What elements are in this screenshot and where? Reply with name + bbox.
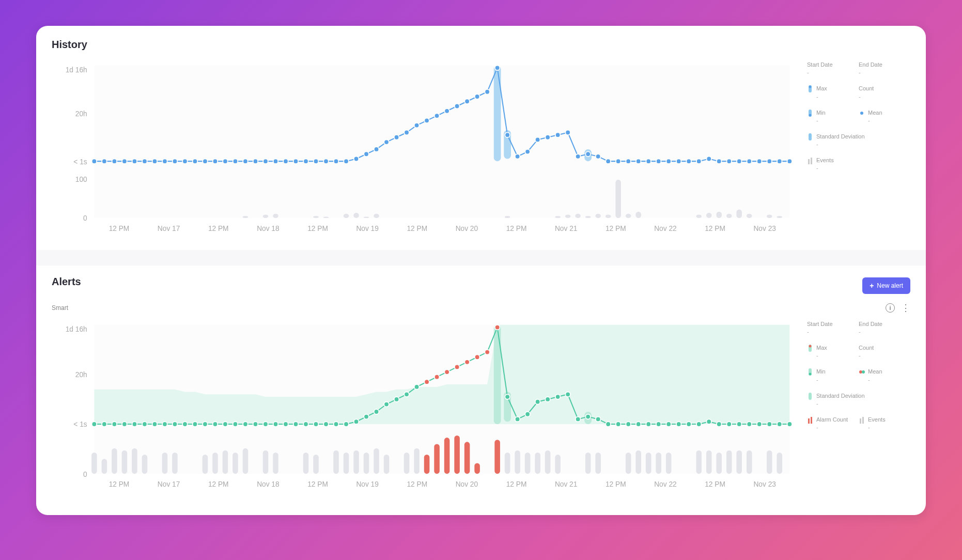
svg-point-276 <box>809 373 812 376</box>
svg-point-215 <box>747 422 752 427</box>
svg-point-123 <box>809 114 812 116</box>
svg-text:Nov 17: Nov 17 <box>158 225 180 232</box>
info-button[interactable]: i <box>886 303 895 313</box>
history-chart-svg: 1d 16h20h< 1s100012 PMNov 1712 PMNov 181… <box>52 58 797 250</box>
svg-rect-99 <box>353 213 359 218</box>
stat-value: - <box>868 377 882 383</box>
svg-point-203 <box>626 422 631 427</box>
events-icon <box>859 416 865 424</box>
more-menu-button[interactable]: ⋮ <box>901 303 910 313</box>
svg-point-210 <box>696 422 702 427</box>
svg-text:< 1s: < 1s <box>73 158 87 166</box>
svg-point-195 <box>545 397 550 402</box>
svg-rect-106 <box>585 216 591 218</box>
svg-point-64 <box>505 132 510 137</box>
alerts-chart[interactable]: 1d 16h20h< 1s012 PMNov 1712 PMNov 1812 P… <box>52 318 797 502</box>
stat-value: - <box>816 400 865 407</box>
svg-rect-254 <box>635 450 641 474</box>
svg-point-65 <box>515 154 520 159</box>
svg-rect-109 <box>615 180 621 218</box>
stat-value: - <box>859 94 874 100</box>
svg-point-67 <box>535 137 540 143</box>
stat-label: Start Date <box>807 61 833 68</box>
svg-rect-282 <box>860 418 861 424</box>
svg-rect-227 <box>172 453 178 474</box>
svg-text:20h: 20h <box>75 110 87 118</box>
svg-point-24 <box>102 159 107 164</box>
svg-rect-125 <box>809 133 812 141</box>
svg-point-166 <box>253 422 258 427</box>
min-icon <box>807 110 813 117</box>
svg-text:12 PM: 12 PM <box>606 480 626 488</box>
svg-point-50 <box>364 151 369 157</box>
svg-point-160 <box>193 422 198 427</box>
svg-point-172 <box>314 422 319 427</box>
svg-point-171 <box>303 422 308 427</box>
svg-point-189 <box>485 350 490 355</box>
svg-rect-279 <box>809 393 812 400</box>
svg-rect-272 <box>494 440 500 474</box>
svg-point-180 <box>394 397 399 402</box>
new-alert-button[interactable]: + New alert <box>862 277 910 294</box>
svg-point-68 <box>545 135 550 140</box>
svg-rect-93 <box>243 216 249 218</box>
svg-rect-266 <box>424 455 430 474</box>
svg-point-89 <box>757 159 762 164</box>
mean-icon <box>859 110 865 117</box>
svg-rect-242 <box>384 455 390 474</box>
stat-value: - <box>859 69 882 75</box>
svg-point-201 <box>606 422 611 427</box>
svg-point-31 <box>173 159 178 164</box>
svg-rect-95 <box>273 214 278 218</box>
svg-point-157 <box>162 422 167 427</box>
section-divider <box>36 250 926 266</box>
svg-rect-127 <box>811 158 812 164</box>
svg-point-192 <box>515 416 520 422</box>
stat-value: - <box>859 329 882 335</box>
svg-point-153 <box>122 422 127 427</box>
svg-point-61 <box>475 94 480 99</box>
svg-point-57 <box>435 113 440 118</box>
svg-text:1d 16h: 1d 16h <box>66 325 87 333</box>
alarm-count-icon <box>807 416 813 424</box>
svg-point-207 <box>666 422 671 427</box>
svg-rect-251 <box>585 453 591 474</box>
svg-point-154 <box>132 422 137 427</box>
svg-point-87 <box>737 159 742 164</box>
svg-rect-108 <box>606 214 611 218</box>
svg-text:12 PM: 12 PM <box>109 480 130 488</box>
svg-text:0: 0 <box>83 470 87 478</box>
svg-point-80 <box>666 159 671 164</box>
alerts-title: Alerts <box>52 276 81 288</box>
events-icon <box>807 157 813 164</box>
svg-point-83 <box>696 159 702 164</box>
stat-value: - <box>868 424 886 430</box>
svg-point-43 <box>293 159 299 164</box>
info-icon: i <box>886 303 895 313</box>
svg-point-202 <box>616 422 621 427</box>
svg-point-26 <box>122 159 127 164</box>
svg-rect-264 <box>767 450 772 474</box>
svg-point-214 <box>737 422 742 427</box>
stat-label: Alarm Count <box>816 416 848 423</box>
svg-rect-223 <box>122 450 128 474</box>
stat-label: Standard Deviation <box>816 392 865 399</box>
max-icon <box>807 85 813 92</box>
svg-text:Nov 18: Nov 18 <box>257 480 280 488</box>
svg-point-185 <box>444 369 449 375</box>
svg-point-179 <box>384 402 389 407</box>
svg-point-69 <box>555 132 561 137</box>
svg-rect-100 <box>364 217 369 218</box>
svg-point-274 <box>809 345 812 348</box>
svg-point-32 <box>182 159 188 164</box>
svg-rect-110 <box>626 214 631 218</box>
svg-point-78 <box>646 159 651 164</box>
dashboard-card: History 1d 16h20h< 1s100012 PMNov 1712 P… <box>36 26 926 515</box>
stat-value: - <box>807 69 833 75</box>
vertical-dots-icon: ⋮ <box>901 303 910 313</box>
svg-rect-269 <box>454 435 460 474</box>
stat-value: - <box>816 377 826 383</box>
history-chart[interactable]: 1d 16h20h< 1s100012 PMNov 1712 PMNov 181… <box>52 58 797 250</box>
svg-point-161 <box>203 422 208 427</box>
svg-point-66 <box>525 149 530 154</box>
